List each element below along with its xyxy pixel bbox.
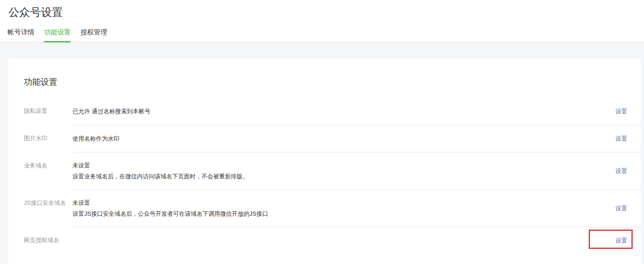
row-action: 设置: [616, 135, 641, 142]
row-content: 未设置 设置业务域名后，在微信内访问该域名下页面时，不会被重新排版。: [72, 162, 248, 180]
tab-account-details[interactable]: 帐号详情: [8, 28, 34, 42]
row-action: 设置: [616, 107, 641, 115]
page-header: 公众号设置 帐号详情 功能设置 授权管理: [0, 0, 644, 42]
row-action: 设置: [616, 237, 641, 244]
card-heading: 功能设置: [24, 78, 641, 86]
row-label: 业务域名: [24, 152, 72, 190]
tab-function-settings[interactable]: 功能设置: [44, 28, 71, 42]
row-value: 未设置: [72, 199, 268, 206]
business-domain-set-link[interactable]: 设置: [616, 167, 627, 174]
row-content: 未设置 设置JS接口安全域名后，公众号开发者可在该域名下调用微信开放的JS接口: [72, 199, 268, 217]
row-webpage-authorization-domain: 网页授权域名 设置: [24, 227, 641, 254]
row-value: 未设置: [72, 162, 248, 169]
row-label: 网页授权域名: [24, 227, 72, 254]
settings-rows: 隐私设置 已允许 通过名称搜索到本帐号 设置 图片水印 使用名称作为水印: [24, 98, 641, 254]
row-body: 使用名称作为水印 设置: [72, 125, 641, 152]
image-watermark-set-link[interactable]: 设置: [616, 135, 627, 142]
row-body: 已允许 通过名称搜索到本帐号 设置: [72, 98, 641, 125]
tab-authorization-management[interactable]: 授权管理: [80, 28, 107, 42]
row-body: 设置: [72, 227, 641, 254]
row-image-watermark: 图片水印 使用名称作为水印 设置: [24, 125, 641, 152]
row-business-domain: 业务域名 未设置 设置业务域名后，在微信内访问该域名下页面时，不会被重新排版。 …: [24, 152, 641, 190]
page-body: 功能设置 隐私设置 已允许 通过名称搜索到本帐号 设置 图片水印: [0, 42, 644, 264]
row-description: 设置业务域名后，在微信内访问该域名下页面时，不会被重新排版。: [72, 173, 248, 180]
row-value: 已允许 通过名称搜索到本帐号: [72, 108, 150, 115]
row-body: 未设置 设置JS接口安全域名后，公众号开发者可在该域名下调用微信开放的JS接口 …: [72, 190, 641, 227]
row-label: 图片水印: [24, 125, 72, 152]
tab-bar: 帐号详情 功能设置 授权管理: [8, 28, 117, 42]
row-label: JS接口安全域名: [24, 190, 72, 227]
row-privacy-settings: 隐私设置 已允许 通过名称搜索到本帐号 设置: [24, 98, 641, 125]
privacy-settings-set-link[interactable]: 设置: [616, 108, 627, 115]
js-api-safe-domain-set-link[interactable]: 设置: [616, 205, 627, 212]
row-value: 使用名称作为水印: [72, 135, 119, 142]
row-action: 设置: [616, 204, 641, 212]
row-content: 使用名称作为水印: [72, 135, 119, 142]
highlighted-action-wrap: 设置: [616, 237, 627, 244]
row-label: 隐私设置: [24, 98, 72, 125]
row-js-api-safe-domain: JS接口安全域名 未设置 设置JS接口安全域名后，公众号开发者可在该域名下调用微…: [24, 190, 641, 227]
row-action: 设置: [616, 167, 641, 175]
page-title: 公众号设置: [8, 5, 63, 20]
webpage-authorization-domain-set-link[interactable]: 设置: [616, 237, 627, 244]
row-body: 未设置 设置业务域名后，在微信内访问该域名下页面时，不会被重新排版。 设置: [72, 152, 641, 190]
row-content: 已允许 通过名称搜索到本帐号: [72, 108, 150, 115]
function-settings-card: 功能设置 隐私设置 已允许 通过名称搜索到本帐号 设置 图片水印: [8, 59, 641, 264]
row-description: 设置JS接口安全域名后，公众号开发者可在该域名下调用微信开放的JS接口: [72, 210, 268, 217]
